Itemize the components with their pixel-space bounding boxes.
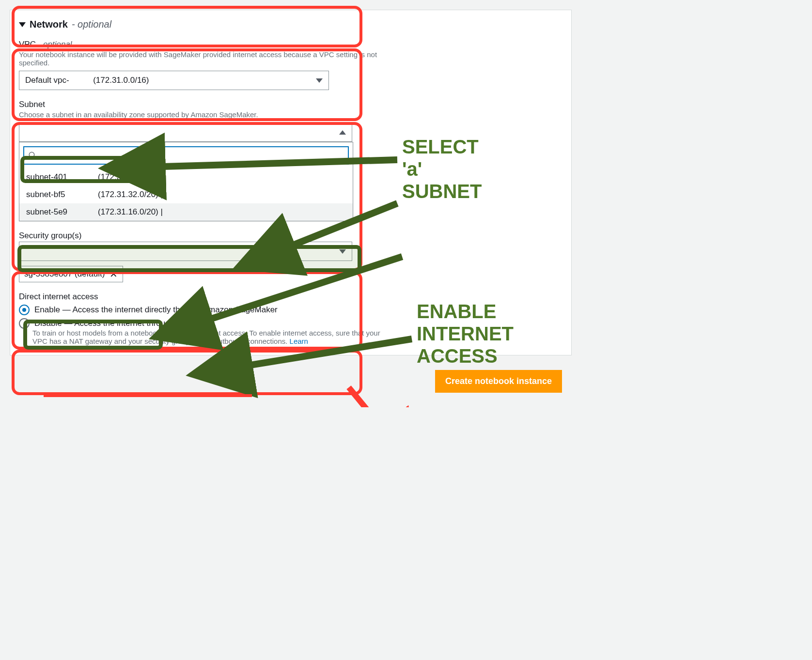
svg-line-6 [194,257,402,324]
arrow-icon [0,0,581,407]
svg-line-7 [233,339,412,368]
svg-line-5 [276,203,397,252]
svg-line-8 [349,387,392,407]
svg-line-4 [145,160,397,167]
